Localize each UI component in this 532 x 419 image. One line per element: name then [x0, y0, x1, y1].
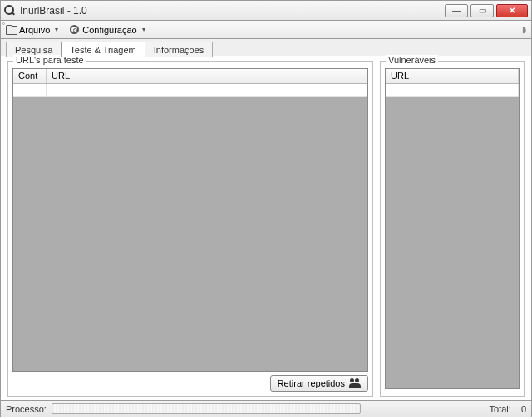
cell-url	[47, 84, 367, 97]
tab-teste-triagem[interactable]: Teste & Triagem	[61, 42, 145, 57]
menu-arquivo-label: Arquivo	[19, 25, 50, 35]
chevron-down-icon: ▾	[55, 26, 58, 33]
tab-strip: Pesquisa Teste & Triagem Informações	[0, 39, 532, 56]
overflow-icon[interactable]: ◗	[522, 25, 526, 34]
menu-config-label: Configuração	[82, 25, 136, 35]
file-icon	[6, 25, 16, 35]
window-title: InurlBrasil - 1.0	[18, 5, 441, 17]
menu-arquivo[interactable]: Arquivo ▾	[6, 25, 58, 35]
status-bar: Processo: Total: 0	[0, 401, 532, 417]
retirar-repetidos-label: Retirar repetidos	[278, 378, 345, 388]
groupbox-vulneraveis: Vulneráveis URL	[380, 61, 525, 397]
tab-informacoes[interactable]: Informações	[145, 42, 214, 57]
button-row: Retirar repetidos	[12, 372, 368, 392]
chevron-down-icon: ▾	[142, 26, 145, 33]
table-empty-area	[386, 97, 519, 388]
content-area: URL's para teste Cont URL Retirar repeti…	[0, 56, 532, 401]
cell-cont	[13, 84, 47, 97]
col-cont[interactable]: Cont	[13, 69, 47, 83]
gear-icon	[70, 25, 79, 34]
menu-config[interactable]: Configuração ▾	[70, 25, 145, 35]
col-url[interactable]: URL	[47, 69, 367, 83]
close-button[interactable]: ✕	[496, 4, 528, 17]
total-value: 0	[521, 404, 526, 414]
maximize-button[interactable]: ▭	[470, 4, 494, 17]
toolbar: ◦ Arquivo ▾ Configuração ▾ ◗	[0, 21, 532, 39]
table-row[interactable]	[13, 84, 367, 97]
total-label: Total:	[490, 404, 511, 414]
table-vulneraveis[interactable]: URL	[385, 68, 520, 389]
progress-bar	[52, 403, 361, 414]
retirar-repetidos-button[interactable]: Retirar repetidos	[270, 375, 368, 392]
table-row[interactable]	[386, 84, 519, 97]
people-icon	[349, 378, 361, 388]
app-icon	[4, 5, 15, 16]
col-url-vuln[interactable]: URL	[386, 69, 519, 83]
groupbox-urls-teste: URL's para teste Cont URL Retirar repeti…	[7, 61, 373, 397]
minimize-button[interactable]: —	[445, 4, 468, 17]
processo-label: Processo:	[6, 404, 47, 414]
title-bar: InurlBrasil - 1.0 — ▭ ✕	[0, 0, 532, 21]
table-urls-teste[interactable]: Cont URL	[12, 68, 368, 372]
grip-marker: ◦	[2, 20, 5, 27]
table-header: URL	[386, 69, 519, 84]
cell-url-vuln	[386, 84, 519, 97]
table-header: Cont URL	[13, 69, 367, 84]
window-controls: — ▭ ✕	[445, 4, 528, 17]
table-urls-teste-wrap: Cont URL	[12, 68, 368, 372]
status-right: Total: 0	[490, 404, 526, 414]
groupbox-vulneraveis-title: Vulneráveis	[386, 55, 438, 65]
table-empty-area	[13, 97, 367, 371]
